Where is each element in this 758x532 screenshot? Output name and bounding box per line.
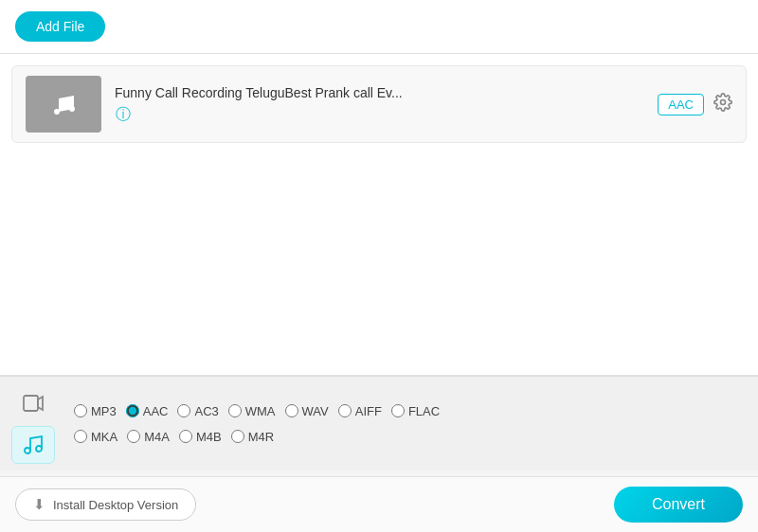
video-icon [22,392,45,415]
format-label-mka: MKA [91,430,117,444]
toolbar: Add File [0,0,758,54]
format-row-2: MKA M4A M4B M4R [74,428,449,446]
format-label-m4a: M4A [144,430,170,444]
convert-button[interactable]: Convert [614,487,743,523]
format-option-m4b[interactable]: M4B [179,428,231,446]
svg-point-1 [69,106,75,112]
format-radio-aiff[interactable] [338,404,352,417]
format-option-wma[interactable]: WMA [228,402,285,420]
action-bar: ⬇ Install Desktop Version Convert [0,476,758,532]
format-radio-m4a[interactable] [127,430,140,443]
format-radio-flac[interactable] [391,404,405,417]
format-type-icons [11,384,55,464]
download-icon: ⬇ [33,496,45,513]
format-label-mp3: MP3 [91,404,117,418]
format-option-mka[interactable]: MKA [74,428,127,446]
format-label-wma: WMA [245,404,276,418]
format-option-m4r[interactable]: M4R [231,428,283,446]
install-desktop-label: Install Desktop Version [53,498,178,512]
format-row-1: MP3 AAC AC3 WMA WAV AIFF [74,402,449,420]
content-area: Funny Call Recording TeluguBest Prank ca… [0,54,758,376]
file-item: Funny Call Recording TeluguBest Prank ca… [11,65,747,143]
music-thumbnail-icon [46,87,81,121]
format-options-container: MP3 AAC AC3 WMA WAV AIFF [74,402,449,446]
format-label-wav: WAV [302,404,329,418]
format-radio-ac3[interactable] [177,404,190,417]
file-info: Funny Call Recording TeluguBest Prank ca… [115,85,644,123]
audio-type-button[interactable] [11,426,55,464]
format-option-wav[interactable]: WAV [285,402,338,420]
svg-point-0 [54,109,60,115]
format-label-m4b: M4B [196,430,222,444]
format-radio-wma[interactable] [228,404,242,417]
file-actions: AAC [658,93,732,116]
svg-point-2 [721,99,726,104]
add-file-button[interactable]: Add File [15,11,105,42]
format-option-flac[interactable]: FLAC [391,402,449,420]
file-thumbnail [26,76,101,133]
format-label-ac3: AC3 [194,404,218,418]
format-panel: MP3 AAC AC3 WMA WAV AIFF [0,376,758,470]
settings-icon[interactable] [713,93,732,116]
format-option-ac3[interactable]: AC3 [177,402,227,420]
format-option-mp3[interactable]: MP3 [74,402,126,420]
format-radio-m4b[interactable] [179,430,192,443]
format-option-aiff[interactable]: AIFF [338,402,391,420]
format-radio-mp3[interactable] [74,404,87,417]
format-radio-mka[interactable] [74,430,87,443]
install-desktop-button[interactable]: ⬇ Install Desktop Version [15,488,196,521]
format-radio-m4r[interactable] [231,430,244,443]
svg-marker-4 [38,397,43,410]
format-label-flac: FLAC [408,404,440,418]
svg-point-6 [36,446,42,452]
format-label-m4r: M4R [248,430,274,444]
video-type-button[interactable] [11,384,55,422]
format-label-aac: AAC [143,404,169,418]
format-option-m4a[interactable]: M4A [127,428,179,446]
file-name: Funny Call Recording TeluguBest Prank ca… [115,85,644,100]
svg-rect-3 [24,396,38,411]
format-label-aiff: AIFF [355,404,382,418]
svg-point-5 [25,448,30,453]
audio-icon [22,434,45,456]
format-radio-wav[interactable] [285,404,298,417]
format-badge[interactable]: AAC [658,94,704,115]
format-radio-aac[interactable] [126,404,139,417]
format-option-aac[interactable]: AAC [126,402,178,420]
info-icon[interactable]: ⓘ [115,106,132,123]
